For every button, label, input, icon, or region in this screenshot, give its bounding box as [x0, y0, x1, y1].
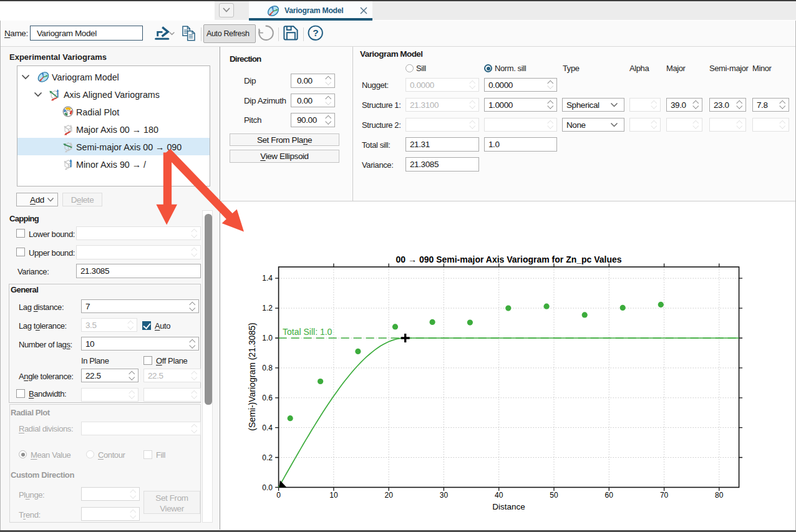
svg-text:Total Sill: 1.0: Total Sill: 1.0 — [283, 327, 332, 337]
svg-text:(Semi-)Variogram (21.3085): (Semi-)Variogram (21.3085) — [247, 322, 257, 430]
svg-text:0.8: 0.8 — [262, 364, 273, 372]
svg-text:20: 20 — [385, 491, 394, 500]
svg-text:1.4: 1.4 — [262, 274, 273, 283]
svg-text:0.0: 0.0 — [262, 483, 273, 492]
svg-text:1.2: 1.2 — [262, 304, 273, 312]
svg-text:40: 40 — [495, 491, 503, 500]
svg-text:60: 60 — [605, 491, 614, 500]
svg-text:30: 30 — [440, 491, 449, 500]
svg-text:0.4: 0.4 — [262, 423, 273, 432]
svg-text:1.0: 1.0 — [262, 334, 273, 342]
svg-text:70: 70 — [660, 491, 669, 500]
svg-text:80: 80 — [715, 491, 724, 500]
svg-text:Distance: Distance — [492, 502, 525, 511]
svg-text:00 → 090 Semi-major Axis Vario: 00 → 090 Semi-major Axis Variogram for Z… — [396, 254, 622, 264]
svg-text:0.6: 0.6 — [262, 394, 273, 402]
svg-text:50: 50 — [550, 491, 558, 500]
svg-text:0.2: 0.2 — [262, 453, 273, 462]
svg-text:0: 0 — [276, 491, 281, 500]
svg-text:10: 10 — [329, 491, 338, 500]
